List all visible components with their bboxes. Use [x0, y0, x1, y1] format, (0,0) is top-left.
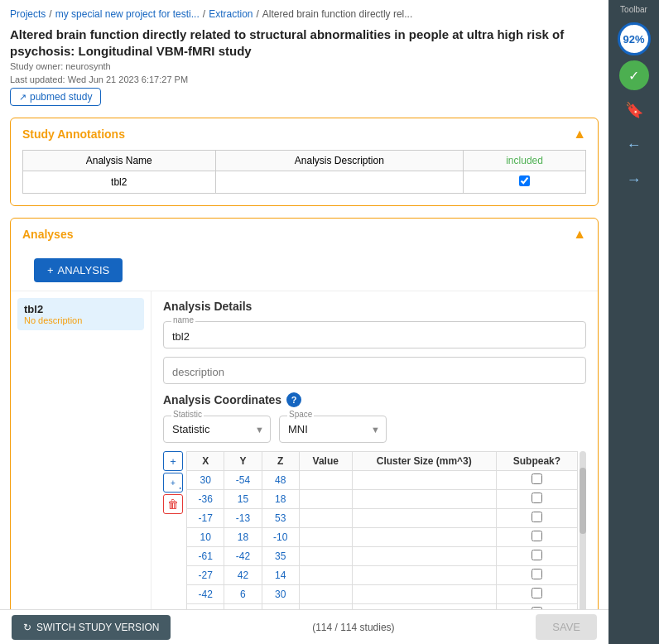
- description-input[interactable]: [163, 357, 586, 384]
- coord-cluster[interactable]: [352, 547, 496, 566]
- coord-y[interactable]: -54: [224, 471, 262, 490]
- coord-subpeak[interactable]: [496, 585, 577, 604]
- switch-study-version-button[interactable]: ↻ SWITCH STUDY VERSION: [12, 615, 171, 640]
- breadcrumb-projects[interactable]: Projects: [10, 8, 46, 20]
- coord-y[interactable]: 15: [224, 490, 262, 509]
- coord-row: -17-1353: [187, 509, 578, 528]
- coord-cluster[interactable]: [352, 471, 496, 490]
- coord-y[interactable]: 42: [224, 566, 262, 585]
- coord-value[interactable]: [299, 471, 352, 490]
- col-included: included: [464, 151, 586, 171]
- analyses-section: Analyses ▲ + ANALYSIS tbl2 No descriptio…: [10, 218, 599, 644]
- coord-x[interactable]: -27: [187, 566, 224, 585]
- save-button[interactable]: SAVE: [536, 614, 597, 640]
- statistic-select[interactable]: Statistic: [163, 416, 271, 443]
- coord-subpeak[interactable]: [496, 528, 577, 547]
- col-x: X: [187, 452, 224, 471]
- coord-cluster[interactable]: [352, 528, 496, 547]
- add-row-button[interactable]: +: [163, 451, 183, 471]
- coord-subpeak[interactable]: [496, 566, 577, 585]
- study-updated: Last updated: Wed Jun 21 2023 6:17:27 PM: [10, 74, 599, 84]
- coord-y[interactable]: -42: [224, 547, 262, 566]
- study-annotations-header[interactable]: Study Annotations ▲: [11, 118, 598, 150]
- subpeak-checkbox[interactable]: [532, 512, 542, 522]
- check-icon: ✓: [628, 68, 639, 84]
- coord-value[interactable]: [299, 490, 352, 509]
- coord-value[interactable]: [299, 509, 352, 528]
- study-title: Altered brain function directly related …: [10, 26, 599, 59]
- subpeak-checkbox[interactable]: [532, 473, 542, 484]
- bookmark-button[interactable]: 🔖: [619, 95, 649, 125]
- coord-cluster[interactable]: [352, 509, 496, 528]
- analysis-details-title: Analysis Details: [163, 300, 586, 313]
- nav-back-button[interactable]: ←: [619, 130, 649, 160]
- coord-z[interactable]: 48: [262, 471, 299, 490]
- analyses-content: tbl2 No description Analysis Details nam…: [11, 291, 598, 644]
- main-area: Projects / my special new project for te…: [0, 0, 608, 644]
- coord-y[interactable]: 6: [224, 585, 262, 604]
- coord-value[interactable]: [299, 547, 352, 566]
- coord-value[interactable]: [299, 566, 352, 585]
- plus-img-icon: +: [171, 478, 176, 488]
- add-img-button[interactable]: + ▪: [163, 473, 183, 493]
- annotation-included[interactable]: [464, 171, 586, 194]
- coord-x[interactable]: 30: [187, 471, 224, 490]
- coord-cluster[interactable]: [352, 566, 496, 585]
- arrow-right-icon: →: [627, 171, 642, 189]
- name-input[interactable]: [163, 321, 586, 348]
- breadcrumb-extraction[interactable]: Extraction: [209, 8, 253, 20]
- coord-z[interactable]: 30: [262, 585, 299, 604]
- coord-subpeak[interactable]: [496, 509, 577, 528]
- included-checkbox[interactable]: [519, 175, 530, 186]
- subpeak-checkbox[interactable]: [532, 569, 542, 579]
- analysis-item-name: tbl2: [24, 303, 137, 315]
- statistic-label: Statistic: [171, 410, 204, 419]
- external-link-icon: ↗: [19, 92, 26, 103]
- analysis-list-item[interactable]: tbl2 No description: [17, 298, 144, 330]
- col-subpeak-: Subpeak?: [496, 452, 577, 471]
- statistic-select-wrapper: Statistic Statistic ▼: [163, 416, 271, 443]
- coord-x[interactable]: -42: [187, 585, 224, 604]
- subpeak-checkbox[interactable]: [532, 531, 542, 541]
- coord-cluster[interactable]: [352, 585, 496, 604]
- plus-icon: +: [47, 264, 54, 276]
- analyses-header[interactable]: Analyses ▲: [11, 219, 598, 250]
- space-select[interactable]: MNI: [279, 416, 387, 443]
- toolbar-label: Toolbar: [620, 5, 647, 14]
- progress-circle: 92%: [618, 22, 651, 55]
- coord-value[interactable]: [299, 528, 352, 547]
- delete-row-button[interactable]: 🗑: [163, 494, 183, 514]
- coord-value[interactable]: [299, 585, 352, 604]
- subpeak-checkbox[interactable]: [532, 550, 542, 560]
- coord-z[interactable]: 53: [262, 509, 299, 528]
- coord-x[interactable]: -36: [187, 490, 224, 509]
- coord-subpeak[interactable]: [496, 547, 577, 566]
- col-value: Value: [299, 452, 352, 471]
- coord-x[interactable]: -17: [187, 509, 224, 528]
- coord-z[interactable]: -10: [262, 528, 299, 547]
- check-button[interactable]: ✓: [619, 60, 649, 90]
- coord-x[interactable]: 10: [187, 528, 224, 547]
- coord-x[interactable]: -61: [187, 547, 224, 566]
- add-analysis-button[interactable]: + ANALYSIS: [34, 258, 123, 282]
- subpeak-checkbox[interactable]: [532, 493, 542, 503]
- coord-row: -42630: [187, 585, 578, 604]
- bottom-bar: ↻ SWITCH STUDY VERSION (114 / 114 studie…: [0, 609, 608, 644]
- save-label: SAVE: [552, 621, 580, 633]
- coord-y[interactable]: -13: [224, 509, 262, 528]
- coord-cluster[interactable]: [352, 490, 496, 509]
- pubmed-button[interactable]: ↗ pubmed study: [10, 88, 101, 106]
- breadcrumb-project[interactable]: my special new project for testi...: [55, 8, 200, 20]
- coord-subpeak[interactable]: [496, 471, 577, 490]
- coord-y[interactable]: 18: [224, 528, 262, 547]
- coord-z[interactable]: 14: [262, 566, 299, 585]
- help-icon[interactable]: ?: [286, 392, 301, 407]
- coord-z[interactable]: 35: [262, 547, 299, 566]
- study-owner: Study owner: neurosynth: [10, 61, 599, 71]
- analyses-chevron-up-icon: ▲: [573, 227, 586, 242]
- subpeak-checkbox[interactable]: [532, 588, 542, 598]
- col-analysis-desc: Analysis Description: [215, 151, 464, 171]
- nav-forward-button[interactable]: →: [619, 165, 649, 195]
- coord-z[interactable]: 18: [262, 490, 299, 509]
- coord-subpeak[interactable]: [496, 490, 577, 509]
